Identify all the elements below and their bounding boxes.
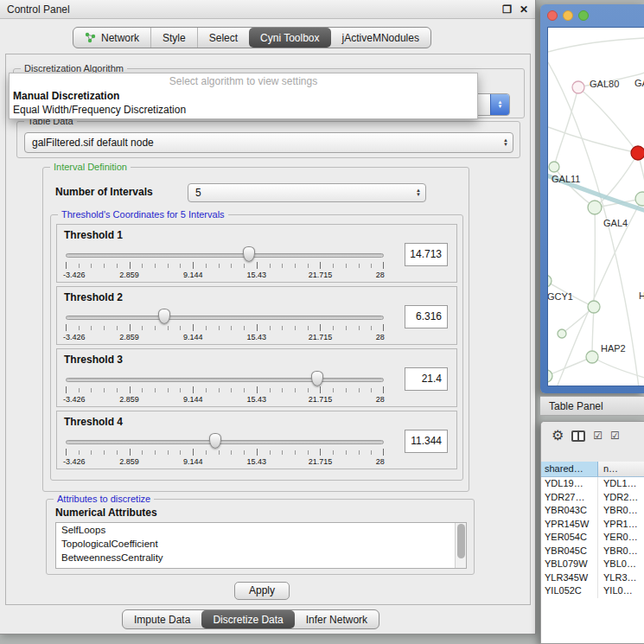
attributes-scrollbar[interactable] (455, 523, 466, 568)
table-row[interactable]: YER054CYER0… (541, 531, 644, 545)
window-close-icon[interactable]: ✕ (520, 3, 528, 16)
tab-impute-data[interactable]: Impute Data (123, 610, 201, 628)
settings-gear-icon[interactable]: ⚙ (552, 429, 564, 443)
close-traffic-icon[interactable] (547, 10, 558, 21)
dropdown-option-equal-width-frequency[interactable]: Equal Width/Frequency Discretization (10, 103, 477, 117)
window-traffic-lights (547, 10, 589, 21)
slider-thumb[interactable] (311, 371, 323, 386)
attribute-item[interactable]: TopologicalCoefficient (56, 537, 466, 551)
threshold-slider[interactable]: -3.4262.8599.14415.4321.71528 (66, 432, 384, 469)
cell-shared-name[interactable]: YBR045C (541, 545, 598, 558)
network-node-highlighted[interactable] (631, 146, 644, 160)
attribute-item[interactable]: SelfLoops (56, 523, 466, 537)
table-row[interactable]: YDL19…YDL1… (541, 477, 644, 491)
cell-shared-name[interactable]: YPR145W (541, 518, 598, 532)
tab-infer-network[interactable]: Infer Network (295, 610, 379, 628)
tab-jactivemnodules[interactable]: jActiveMNodules (331, 28, 430, 48)
cell-shared-name[interactable]: YLR345W (541, 571, 598, 585)
tab-label: Select (209, 32, 238, 44)
cell-shared-name[interactable]: YDL19… (541, 477, 598, 491)
select-checkbox-icon[interactable]: ☑ (610, 430, 620, 442)
slider-track[interactable] (66, 316, 384, 320)
slider-track[interactable] (66, 378, 384, 382)
network-node[interactable] (548, 370, 552, 382)
threshold-value-field[interactable]: 6.316 (405, 305, 448, 328)
attributes-listbox[interactable]: SelfLoopsTopologicalCoefficientBetweenne… (55, 522, 467, 569)
table-row[interactable]: YDR27…YDR2… (541, 491, 644, 505)
select-all-checkbox-icon[interactable]: ☑ (593, 430, 603, 442)
network-node[interactable] (572, 81, 584, 93)
combobox-arrows-icon[interactable]: ▲ ▼ (490, 94, 509, 115)
cell-name[interactable]: YBR0… (598, 545, 644, 558)
zoom-traffic-icon[interactable] (578, 10, 589, 21)
cell-shared-name[interactable]: YDR27… (541, 491, 598, 505)
network-canvas[interactable]: GAL80 GA GAL11 GAL4 GCY1 H HAP2 (547, 27, 644, 386)
threshold-slider[interactable]: -3.4262.8599.14415.4321.71528 (66, 308, 384, 344)
combobox-arrows-icon[interactable]: ▲ ▼ (503, 138, 508, 147)
slider-track[interactable] (66, 440, 384, 444)
table-row[interactable]: YLR345WYLR3… (541, 571, 644, 585)
slider-major-ticks (66, 449, 384, 456)
cell-name[interactable]: YLR3… (598, 571, 644, 585)
cell-shared-name[interactable]: YER054C (541, 531, 598, 545)
table-row[interactable]: YBR045CYBR0… (541, 545, 644, 558)
tab-cyni-toolbox[interactable]: Cyni Toolbox (249, 28, 330, 48)
cell-shared-name[interactable]: YBR043C (541, 504, 598, 518)
attribute-item[interactable]: BetweennessCentrality (56, 551, 466, 564)
cyni-toolbox-panel: Discretization Algorithm ▲ ▼ Table Data … (5, 54, 531, 605)
cell-name[interactable]: YDL1… (598, 477, 644, 491)
network-node[interactable] (586, 351, 598, 363)
network-node[interactable] (558, 329, 566, 338)
network-node[interactable] (549, 162, 559, 172)
network-node[interactable] (588, 201, 602, 214)
column-header-shared-name[interactable]: shared… (541, 462, 598, 476)
scale-tick-label: 2.859 (119, 395, 139, 404)
table-row[interactable]: YBR043CYBR0… (541, 504, 644, 518)
cell-name[interactable]: YPR1… (598, 518, 644, 532)
threshold-value-field[interactable]: 21.4 (405, 367, 448, 391)
scale-tick-label: 2.859 (119, 457, 139, 466)
cell-name[interactable]: YER0… (598, 531, 644, 545)
table-row[interactable]: YIL052CYIL0… (541, 584, 644, 598)
tab-label: jActiveMNodules (342, 32, 419, 44)
cell-name[interactable]: YDR2… (598, 491, 644, 505)
dropdown-placeholder[interactable]: Select algorithm to view settings (10, 75, 477, 89)
cell-shared-name[interactable]: YBL079W (541, 558, 598, 571)
cell-name[interactable]: YBL0… (598, 558, 644, 571)
cell-name[interactable]: YIL0… (598, 584, 644, 598)
dropdown-option-manual-discretization[interactable]: Manual Discretization (10, 89, 477, 103)
window-restore-icon[interactable]: ❐ (502, 3, 512, 16)
table-data-combobox[interactable]: galFiltered.sif default node ▲ ▼ (24, 132, 513, 153)
tab-style[interactable]: Style (150, 28, 197, 48)
scale-tick-label: 9.144 (183, 395, 203, 404)
cell-shared-name[interactable]: YIL052C (541, 584, 598, 598)
slider-thumb[interactable] (209, 433, 221, 449)
threshold-value-field[interactable]: 11.344 (405, 430, 448, 453)
network-node[interactable] (635, 192, 644, 206)
columns-icon[interactable] (571, 430, 585, 442)
table-row[interactable]: YBL079WYBL0… (541, 558, 644, 571)
scale-tick-label: 9.144 (183, 457, 203, 466)
combobox-arrows-icon[interactable]: ▲ ▼ (416, 188, 421, 197)
table-row[interactable]: YPR145WYPR1… (541, 518, 644, 532)
slider-track[interactable] (66, 253, 384, 258)
network-node[interactable] (548, 275, 552, 287)
number-of-intervals-combobox[interactable]: 5 ▲ ▼ (188, 183, 426, 202)
tab-select[interactable]: Select (197, 28, 249, 48)
tab-discretize-data[interactable]: Discretize Data (201, 610, 294, 628)
cell-name[interactable]: YBR0… (598, 504, 644, 518)
column-header-name[interactable]: n… (598, 462, 644, 476)
slider-thumb[interactable] (243, 246, 255, 262)
arrow-down-icon: ▼ (503, 143, 508, 147)
threshold-slider[interactable]: -3.4262.8599.14415.4321.71528 (66, 245, 384, 282)
network-node[interactable] (588, 301, 600, 313)
slider-thumb[interactable] (158, 309, 170, 324)
scale-tick-label: 21.715 (309, 395, 333, 404)
apply-button[interactable]: Apply (234, 582, 290, 600)
scrollbar-thumb[interactable] (457, 524, 465, 558)
thresholds-container: Threshold 1 -3.4262.8599.14415.4321.7152… (56, 224, 457, 473)
threshold-slider[interactable]: -3.4262.8599.14415.4321.71528 (66, 370, 384, 406)
threshold-value-field[interactable]: 14.713 (405, 243, 448, 266)
minimize-traffic-icon[interactable] (563, 10, 573, 21)
tab-network[interactable]: Network (73, 28, 150, 48)
